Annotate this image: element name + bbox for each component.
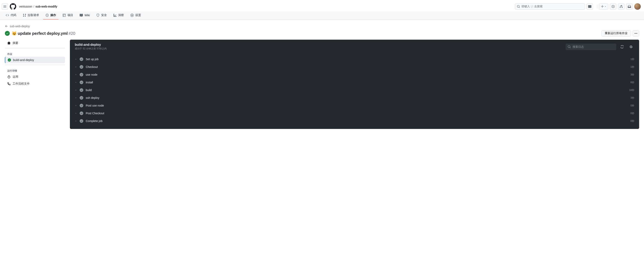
tab-insights[interactable]: 洞察 <box>111 12 126 20</box>
sidebar-workflow-file[interactable]: 工作流程文件 <box>5 80 65 87</box>
tab-security[interactable]: 安全 <box>94 12 109 20</box>
step-row[interactable]: Post Checkout 0秒 <box>70 109 639 117</box>
gear-icon <box>629 45 632 48</box>
chevron-right-icon <box>75 120 77 122</box>
log-panel: build-and-deploy 成功于 52 分钟之前 37秒之内 <box>70 40 639 129</box>
run-status-success-icon <box>5 31 10 36</box>
step-row[interactable]: Checkout 1秒 <box>70 63 639 71</box>
run-title: 😺update perfect deploy.yml #20 <box>12 31 75 36</box>
step-row[interactable]: Set up job 1秒 <box>70 55 639 63</box>
tab-label: 设置 <box>135 14 141 17</box>
step-duration: 1秒 <box>630 58 634 61</box>
step-duration: 18秒 <box>629 89 634 92</box>
step-status-success-icon <box>80 111 83 115</box>
tab-label: Wiki <box>84 14 90 17</box>
step-row[interactable]: Complete job 0秒 <box>70 117 639 125</box>
sidebar-usage-label: 运用 <box>12 75 18 79</box>
shield-icon <box>96 14 100 17</box>
step-duration: 1秒 <box>630 65 634 69</box>
sidebar-summary[interactable]: 摘要 <box>5 40 65 47</box>
pull-requests-button[interactable] <box>618 3 624 10</box>
step-row[interactable]: build 18秒 <box>70 86 639 94</box>
tab-label: 代码 <box>10 14 16 17</box>
arrow-left-icon <box>5 25 8 28</box>
github-logo[interactable] <box>10 3 16 10</box>
tab-code[interactable]: 代码 <box>3 12 19 20</box>
log-settings-button[interactable] <box>628 44 634 50</box>
tab-wiki[interactable]: Wiki <box>77 12 92 19</box>
log-search-input[interactable] <box>572 45 614 48</box>
tab-settings[interactable]: 设置 <box>128 12 144 20</box>
hamburger-icon <box>3 5 6 8</box>
step-name: Complete job <box>86 119 628 123</box>
tab-label: 项目 <box>68 14 73 17</box>
repo-nav: 代码 拉取请求 操作 项目 Wiki 安全 洞察 设置 <box>0 12 644 20</box>
run-sidebar: 摘要 作业 build-and-deploy 运行详情 运用 工作流程文件 <box>5 40 65 129</box>
issues-button[interactable] <box>610 3 616 10</box>
step-row[interactable]: ssh deploy 3秒 <box>70 94 639 102</box>
create-new-button[interactable] <box>599 3 608 10</box>
step-status-success-icon <box>80 88 83 92</box>
run-number: #20 <box>68 31 75 36</box>
run-title-text: update perfect deploy.yml <box>18 31 68 36</box>
sidebar-summary-label: 摘要 <box>12 41 18 45</box>
sidebar-job-item[interactable]: build-and-deploy <box>5 57 65 63</box>
step-status-success-icon <box>80 104 83 107</box>
github-mark-icon <box>10 3 16 10</box>
step-duration: 3秒 <box>630 73 634 77</box>
breadcrumb-repo[interactable]: sub-web-modify <box>36 5 57 8</box>
search-icon <box>517 5 520 8</box>
kebab-icon <box>634 32 638 35</box>
log-search[interactable] <box>566 44 616 50</box>
user-avatar[interactable] <box>634 3 641 10</box>
global-header: ventusoon / sub-web-modify 请键入 / 去搜索 <box>0 0 644 12</box>
chevron-right-icon <box>75 58 77 60</box>
step-row[interactable]: use node 3秒 <box>70 71 639 79</box>
tab-label: 拉取请求 <box>28 14 39 17</box>
hamburger-menu-button[interactable] <box>2 3 8 10</box>
breadcrumb-separator: / <box>34 5 34 8</box>
run-header: 😺update perfect deploy.yml #20 重新运行所有作业 <box>5 30 639 40</box>
search-kbd-hint: / <box>531 5 533 8</box>
sidebar-usage[interactable]: 运用 <box>5 73 65 80</box>
play-icon <box>46 14 49 17</box>
tab-pull-requests[interactable]: 拉取请求 <box>20 12 42 20</box>
svg-point-6 <box>637 33 637 34</box>
global-search[interactable]: 请键入 / 去搜索 <box>515 3 585 10</box>
tab-label: 安全 <box>101 14 107 17</box>
log-refresh-button[interactable] <box>619 44 625 50</box>
run-kebab-button[interactable] <box>632 30 639 36</box>
log-job-status-line: 成功于 52 分钟之前 37秒之内 <box>75 47 563 51</box>
code-icon <box>6 14 9 17</box>
sidebar-job-label: build-and-deploy <box>13 58 34 62</box>
pull-request-icon <box>23 14 26 17</box>
plus-icon <box>601 5 604 8</box>
chevron-right-icon <box>75 81 77 83</box>
steps-list: Set up job 1秒 Checkout 1秒 use node 3秒 in… <box>70 54 639 129</box>
back-link[interactable]: sub-web-deploy <box>5 23 639 30</box>
issue-icon <box>612 5 615 8</box>
header-actions <box>597 3 641 10</box>
svg-rect-3 <box>63 14 66 17</box>
svg-rect-8 <box>8 83 9 84</box>
step-name: Post Checkout <box>86 112 628 115</box>
step-duration: 3秒 <box>630 96 634 100</box>
sidebar-details-heading: 运行详情 <box>5 67 65 73</box>
tab-actions[interactable]: 操作 <box>43 12 58 20</box>
chevron-right-icon <box>75 105 77 107</box>
step-name: Checkout <box>86 65 628 69</box>
sidebar-jobs-heading: 作业 <box>5 50 65 57</box>
workflow-icon <box>7 82 10 85</box>
breadcrumb-owner[interactable]: ventusoon <box>19 5 32 8</box>
svg-point-1 <box>613 6 614 7</box>
rerun-all-button[interactable]: 重新运行所有作业 <box>601 30 631 36</box>
table-icon <box>62 14 66 17</box>
step-row[interactable]: Post use node 0秒 <box>70 102 639 109</box>
command-palette-button[interactable] <box>586 3 593 10</box>
step-row[interactable]: install 8秒 <box>70 79 639 86</box>
tab-projects[interactable]: 项目 <box>60 12 76 20</box>
run-title-emoji: 😺 <box>12 31 17 36</box>
home-icon <box>7 42 10 45</box>
step-status-success-icon <box>80 119 83 123</box>
notifications-button[interactable] <box>626 3 632 10</box>
